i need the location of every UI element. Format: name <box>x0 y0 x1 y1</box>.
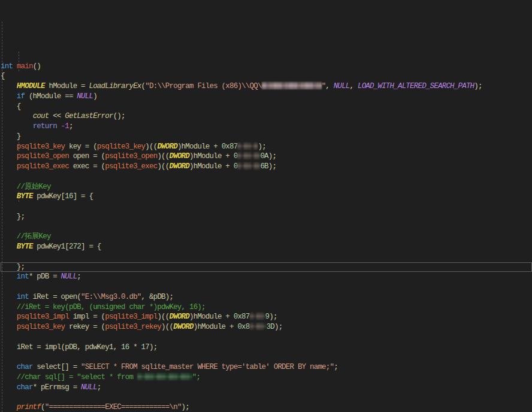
code-token: 16 <box>65 192 72 201</box>
code-token: }; <box>1 263 25 271</box>
code-token: 0 <box>234 162 238 171</box>
code-token: cout <box>33 112 49 120</box>
code-token: 0x8 <box>237 323 249 331</box>
code-token: (); <box>113 112 125 120</box>
code-token <box>13 62 17 71</box>
code-line[interactable]: } <box>1 132 532 142</box>
redaction-blur <box>250 313 265 320</box>
code-token <box>1 192 17 201</box>
code-line[interactable]: BYTE pdwKey1[272] = { <box>1 242 532 252</box>
code-line[interactable] <box>1 282 532 292</box>
code-token: )(( <box>157 152 169 160</box>
code-line[interactable]: psqlite3_key rekey = (psqlite3_rekey)((D… <box>1 322 532 332</box>
code-token: )(( <box>157 313 169 321</box>
code-line[interactable]: char select[] = "SELECT * FROM sqlite_ma… <box>1 362 532 372</box>
code-token: int <box>17 272 29 281</box>
code-line[interactable]: psqlite3_impl impl = (psqlite3_impl)((DW… <box>1 312 532 322</box>
code-line[interactable]: psqlite3_exec exec = (psqlite3_exec)((DW… <box>1 162 532 172</box>
code-line[interactable] <box>1 332 532 343</box>
code-token: psqlite3_exec <box>105 162 157 171</box>
code-token: () <box>33 62 41 71</box>
code-line[interactable] <box>1 202 532 212</box>
code-line[interactable]: { <box>1 102 532 112</box>
code-token: )(( <box>157 162 169 171</box>
code-line[interactable]: //iRet = key(pDB, (unsigned char *)pdwKe… <box>1 302 532 313</box>
code-line[interactable]: printf("==============EXEC============\n… <box>1 402 532 412</box>
code-token: select[] = <box>33 363 81 371</box>
code-token: HMODULE <box>17 82 45 90</box>
code-line[interactable]: int iRet = open("E:\\Msg3.0.db", &pDB); <box>1 292 532 302</box>
code-token: "D:\\Program Files (x86)\\QQ\ <box>145 82 261 90</box>
code-token <box>1 303 17 311</box>
code-token: BYTE <box>17 243 33 251</box>
code-token: ); <box>268 152 276 160</box>
code-token <box>1 363 17 371</box>
code-token: DWORD <box>169 162 189 171</box>
code-line[interactable]: HMODULE hModule = LoadLibraryEx("D:\\Pro… <box>1 81 532 92</box>
code-token: //原始Key <box>17 183 51 191</box>
code-token: psqlite3_impl <box>17 313 69 321</box>
code-line[interactable]: //拓展Key <box>1 232 532 242</box>
code-line-current[interactable]: }; <box>1 262 532 272</box>
code-editor-surface[interactable]: int main(){ HMODULE hModule = LoadLibrar… <box>0 0 532 412</box>
code-line[interactable]: if (hModule == NULL) <box>1 92 532 102</box>
code-line[interactable]: iRet = impl(pDB, pdwKey1, 16 * 17); <box>1 343 532 353</box>
code-token: int <box>1 62 13 71</box>
code-line[interactable] <box>1 252 532 262</box>
code-token <box>1 162 17 171</box>
code-token: //拓展Key <box>17 232 51 241</box>
code-token: NULL <box>77 92 93 101</box>
code-token: exec = ( <box>69 162 105 171</box>
code-token: DWORD <box>173 323 194 331</box>
code-token: ); <box>258 143 265 151</box>
code-token <box>1 293 17 301</box>
code-token: impl = ( <box>69 313 105 321</box>
code-token: ); <box>268 162 276 171</box>
redaction-blur <box>250 323 267 330</box>
code-token: 6B <box>260 162 268 171</box>
code-token: LOAD_WITH_ALTERED_SEARCH_PATH <box>358 82 474 90</box>
code-token: psqlite3_key <box>17 143 65 151</box>
code-line[interactable]: }; <box>1 212 532 222</box>
code-token: * <box>129 343 141 352</box>
redaction-blur <box>237 162 260 169</box>
code-token: psqlite3_open <box>105 152 157 160</box>
code-token: )hModule + <box>177 143 222 151</box>
code-token: "E:\\Msg3.0.db" <box>81 293 141 301</box>
code-line[interactable]: { <box>1 71 532 81</box>
code-token: (hModule == <box>25 92 77 101</box>
code-line[interactable] <box>1 172 532 182</box>
code-token: iRet = impl(pDB, pdwKey1, <box>1 343 121 352</box>
code-line[interactable]: char* pErrmsg = NULL; <box>1 383 532 393</box>
code-token: -1 <box>61 122 69 131</box>
code-token: 0A <box>260 152 268 160</box>
code-token: iRet = open( <box>29 293 81 301</box>
code-line[interactable]: BYTE pdwKey[16] = { <box>1 192 532 202</box>
code-token: ] = { <box>73 192 93 201</box>
code-line[interactable]: psqlite3_key key = (psqlite3_key)((DWORD… <box>1 142 532 152</box>
code-token: printf <box>17 403 41 411</box>
code-line[interactable]: int* pDB = NULL; <box>1 272 532 282</box>
code-token: 16 <box>121 343 129 352</box>
code-token: NULL <box>334 82 350 90</box>
code-line[interactable] <box>1 222 532 232</box>
code-line[interactable] <box>1 392 532 402</box>
code-line[interactable]: cout << GetLastError(); <box>1 111 532 122</box>
code-token: DWORD <box>157 143 177 151</box>
code-token <box>1 183 17 191</box>
code-token: psqlite3_open <box>17 152 69 160</box>
code-token: )(( <box>145 143 157 151</box>
code-token <box>1 373 17 381</box>
code-line[interactable]: return -1; <box>1 122 532 132</box>
code-token: pdwKey1[ <box>33 243 69 251</box>
redaction-blur <box>137 373 192 380</box>
code-token: 0x87 <box>222 143 238 151</box>
code-line[interactable]: int main() <box>1 62 532 72</box>
code-line[interactable]: psqlite3_open open = (psqlite3_open)((DW… <box>1 152 532 162</box>
code-token: ; <box>69 122 73 131</box>
code-line[interactable] <box>1 352 532 362</box>
code-token: ); <box>274 323 282 331</box>
code-token <box>1 383 17 392</box>
code-line[interactable]: //原始Key <box>1 182 532 192</box>
code-line[interactable]: //char sql[] = "select * from "; <box>1 372 532 383</box>
